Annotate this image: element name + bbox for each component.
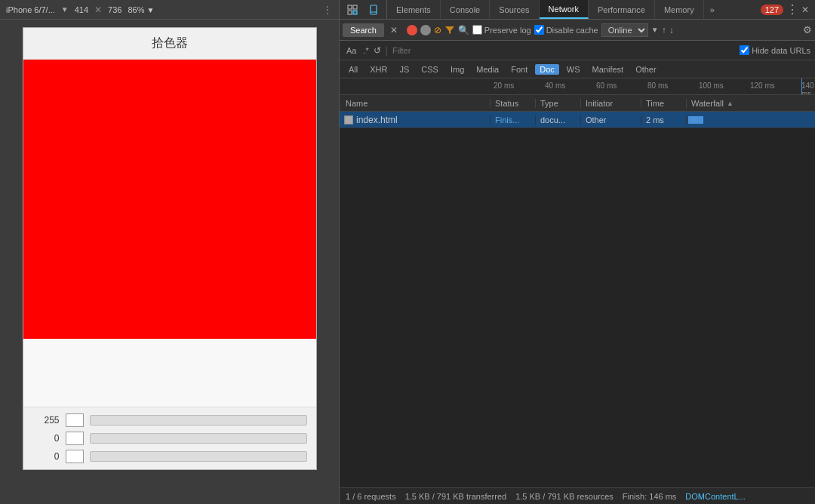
more-tabs-icon[interactable]: » [704,5,721,14]
upload-icon[interactable]: ↑ [662,25,666,35]
green-slider[interactable] [90,433,307,444]
red-swatch [66,413,84,427]
red-control-row: 255 [32,413,307,427]
ruler-tick-120ms: 120 ms [750,81,775,90]
row-status-cell: Finis... [491,115,536,124]
timing-line-blue [801,78,802,95]
phone-frame-area: 拾色器 255 0 0 [0,20,339,504]
green-control-row: 0 [32,432,307,445]
throttle-select[interactable]: Online [601,23,648,37]
funnel-icon[interactable] [444,25,455,35]
blue-control-row: 0 [32,450,307,463]
devtools-top-bar: Elements Console Sources Network Perform… [340,0,815,20]
red-slider[interactable] [90,415,307,426]
device-toggle-icon[interactable] [364,0,383,20]
refresh-icon[interactable]: ↺ [374,45,381,56]
disable-cache-checkbox[interactable]: Disable cache [534,25,598,35]
ruler-tick-100ms: 100 ms [699,81,724,90]
svg-rect-1 [353,5,357,9]
type-filter-media[interactable]: Media [472,64,503,75]
row-initiator-cell: Other [581,115,641,124]
devtools-tabs: Elements Console Sources Network Perform… [387,0,721,19]
search-close-icon[interactable]: ✕ [387,23,401,37]
blue-value: 0 [32,451,60,462]
ruler-tick-60ms: 60 ms [596,81,617,90]
browser-panel: iPhone 6/7/... ▼ 414 ✕ 736 86% ▼ ⋮ 拾色器 2… [0,0,340,504]
type-filter-other[interactable]: Other [631,64,661,75]
type-filter-manifest[interactable]: Manifest [588,64,629,75]
th-waterfall[interactable]: Waterfall ▲ [687,99,815,108]
device-label[interactable]: iPhone 6/7/... [6,5,55,14]
ruler-tick-140ms: 140 ms [801,81,815,96]
file-icon [344,115,353,124]
row-name-cell: index.html [340,115,491,125]
tab-elements[interactable]: Elements [387,0,441,19]
stop-button[interactable] [420,25,431,35]
font-toggle-icon[interactable]: Aa [344,45,358,56]
type-filter-css[interactable]: CSS [417,64,443,75]
chevron-down-icon[interactable]: ▼ [61,5,69,14]
filter-bar: Aa .* ↺ | Hide data URLs [340,41,815,60]
svg-rect-4 [371,5,377,14]
filter-icon[interactable]: ⊘ [434,25,441,35]
svg-rect-0 [348,5,352,9]
devtools-icons-left [340,0,387,19]
filter-input[interactable] [392,46,735,55]
download-icon[interactable]: ↓ [669,25,674,35]
type-filter-img[interactable]: Img [446,64,469,75]
dom-content-loaded: DOMContentL... [685,492,745,501]
phone-frame: 拾色器 255 0 0 [23,27,317,470]
th-name[interactable]: Name [340,99,491,108]
transferred-size: 1.5 KB / 791 KB transferred [405,492,507,501]
search-tab[interactable]: Search [343,23,384,37]
inspect-icon[interactable] [343,0,362,20]
regex-icon[interactable]: .* [363,46,368,55]
height-label: 736 [108,5,121,14]
zoom-arrow: ▼ [147,6,155,14]
row-waterfall-cell [687,112,815,128]
tab-performance[interactable]: Performance [589,0,655,19]
network-toolbar: Search ✕ ⊘ 🔍 Preserve log Disable cache … [340,20,815,41]
type-filter-all[interactable]: All [344,64,362,75]
search-magnify-icon[interactable]: 🔍 [458,25,469,35]
status-bar: 1 / 6 requests 1.5 KB / 791 KB transferr… [340,487,815,504]
th-status[interactable]: Status [491,99,536,108]
browser-top-bar: iPhone 6/7/... ▼ 414 ✕ 736 86% ▼ ⋮ [0,0,339,20]
record-button[interactable] [407,25,417,35]
ruler-timeline: 20 ms 40 ms 60 ms 80 ms 100 ms 120 ms 14… [491,78,815,95]
type-filter-doc[interactable]: Doc [535,64,559,75]
filter-input-separator: | [386,45,388,56]
color-controls: 255 0 0 [23,407,316,469]
tab-console[interactable]: Console [441,0,490,19]
ruler-tick-80ms: 80 ms [647,81,668,90]
sort-arrow-icon: ▲ [727,100,734,107]
waterfall-bar [688,116,703,124]
more-options-icon[interactable]: ⋮ [786,2,798,17]
close-devtools-icon[interactable]: ✕ [801,5,809,15]
th-initiator[interactable]: Initiator [581,99,641,108]
error-badge[interactable]: 127 [761,5,783,15]
requests-count: 1 / 6 requests [346,492,396,501]
zoom-label[interactable]: 86% ▼ [128,5,154,14]
network-table-body: index.html Finis... docu... Other 2 ms [340,112,815,487]
hide-data-urls-checkbox[interactable]: Hide data URLs [740,45,810,55]
settings-icon[interactable]: ⚙ [803,24,812,35]
type-filter-ws[interactable]: WS [562,64,585,75]
type-filter-xhr[interactable]: XHR [365,64,392,75]
type-filter-js[interactable]: JS [395,64,414,75]
dimension-separator: ✕ [94,5,102,15]
ruler-tick-20ms: 20 ms [494,81,514,90]
preserve-log-checkbox[interactable]: Preserve log [472,25,531,35]
type-filter-bar: All XHR JS CSS Img Media Font Doc WS Man… [340,60,815,78]
blue-slider[interactable] [90,451,307,462]
tab-network[interactable]: Network [540,0,589,19]
th-type[interactable]: Type [536,99,581,108]
tab-sources[interactable]: Sources [490,0,539,19]
timeline-ruler: 20 ms 40 ms 60 ms 80 ms 100 ms 120 ms 14… [340,78,815,95]
more-icon[interactable]: ⋮ [322,4,333,16]
tab-memory[interactable]: Memory [655,0,704,19]
blue-swatch [66,450,84,463]
table-row[interactable]: index.html Finis... docu... Other 2 ms [340,112,815,128]
type-filter-font[interactable]: Font [506,64,532,75]
th-time[interactable]: Time [641,99,687,108]
